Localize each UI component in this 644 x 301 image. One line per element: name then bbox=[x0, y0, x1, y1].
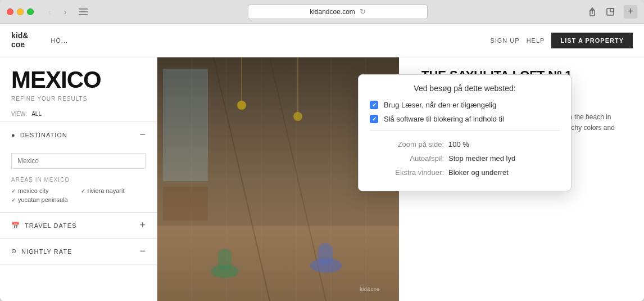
svg-point-16 bbox=[293, 112, 302, 121]
popup-divider bbox=[370, 130, 560, 131]
reload-icon[interactable]: ↻ bbox=[360, 7, 366, 16]
nightly-rate-filter: ⊙ NIGHTLY RATE − bbox=[0, 239, 157, 264]
destination-input[interactable] bbox=[11, 153, 146, 169]
traffic-lights bbox=[7, 8, 34, 15]
sidebar: MEXICO REFINE YOUR RESULTS VIEW: ALL ● D… bbox=[0, 57, 157, 301]
view-options[interactable]: ALL bbox=[31, 111, 42, 117]
destination-toggle-icon[interactable]: − bbox=[139, 129, 146, 141]
page-title: MEXICO bbox=[11, 66, 146, 93]
areas-label: AREAS IN MEXICO bbox=[11, 177, 146, 183]
svg-rect-18 bbox=[218, 249, 232, 271]
share-button[interactable] bbox=[586, 5, 599, 19]
autoplay-setting-row: Autoafspil: Stop medier med lyd bbox=[370, 151, 560, 165]
header-actions: SIGN UP HELP LIST A PROPERTY bbox=[490, 33, 633, 48]
calendar-icon: 📅 bbox=[11, 222, 20, 230]
area-yucatan[interactable]: ✓ yucatan peninsula bbox=[11, 196, 76, 203]
svg-point-14 bbox=[237, 101, 246, 110]
signup-button[interactable]: SIGN UP bbox=[490, 37, 519, 44]
logo-text-line2: coe bbox=[11, 41, 28, 49]
destination-filter-title: ● DESTINATION bbox=[11, 132, 67, 138]
listing-area: kid&coe THE SAYULITA LOFT Nº 1 Sayulita,… bbox=[157, 57, 644, 301]
content-blocker-label: Slå software til blokering af indhold ti… bbox=[384, 115, 504, 123]
rate-icon: ⊙ bbox=[11, 248, 17, 255]
check-icon: ✓ bbox=[81, 188, 85, 194]
destination-filter-header[interactable]: ● DESTINATION − bbox=[0, 122, 157, 147]
reader-option-label: Brug Læser, når den er tilgængelig bbox=[384, 101, 496, 109]
view-label: VIEW: bbox=[11, 111, 27, 117]
popup-option-reader[interactable]: ✓ Brug Læser, når den er tilgængelig bbox=[370, 101, 560, 109]
autoplay-value[interactable]: Stop medier med lyd bbox=[448, 154, 560, 163]
nightly-rate-toggle-icon[interactable]: − bbox=[139, 245, 146, 257]
svg-rect-20 bbox=[318, 243, 333, 266]
zoom-label: Zoom på side: bbox=[370, 140, 448, 149]
minimize-button[interactable] bbox=[17, 8, 24, 15]
destination-icon: ● bbox=[11, 132, 16, 138]
site-nav: HO... bbox=[51, 37, 68, 44]
svg-rect-9 bbox=[163, 69, 208, 181]
page-title-area: MEXICO REFINE YOUR RESULTS bbox=[0, 57, 157, 106]
area-name: yucatan peninsula bbox=[18, 196, 68, 203]
check-mark: ✓ bbox=[372, 116, 377, 122]
website-content: kid& coe HO... SIGN UP HELP LIST A PROPE… bbox=[0, 24, 644, 301]
nightly-rate-filter-title: ⊙ NIGHTLY RATE bbox=[11, 248, 72, 255]
destination-label: DESTINATION bbox=[20, 132, 67, 138]
content-blocker-checkbox[interactable]: ✓ bbox=[370, 115, 378, 123]
back-button[interactable]: ‹ bbox=[43, 5, 56, 19]
svg-rect-2 bbox=[79, 14, 88, 15]
popup-title: Ved besøg på dette websted: bbox=[370, 84, 560, 93]
check-icon: ✓ bbox=[11, 197, 16, 203]
main-content: MEXICO REFINE YOUR RESULTS VIEW: ALL ● D… bbox=[0, 57, 644, 301]
sidebar-toggle-button[interactable] bbox=[76, 5, 90, 19]
autoplay-label: Autoafspil: bbox=[370, 154, 448, 163]
help-button[interactable]: HELP bbox=[527, 37, 545, 44]
site-settings-popup: Ved besøg på dette websted: ✓ Brug Læser… bbox=[358, 74, 572, 191]
zoom-value[interactable]: 100 % bbox=[448, 140, 560, 149]
url-text: kidandcoe.com bbox=[310, 8, 355, 16]
close-button[interactable] bbox=[7, 8, 13, 15]
site-header: kid& coe HO... SIGN UP HELP LIST A PROPE… bbox=[0, 24, 644, 57]
new-tab-button[interactable] bbox=[604, 5, 617, 19]
destination-filter: ● DESTINATION − AREAS IN MEXICO ✓ mexico… bbox=[0, 122, 157, 213]
travel-dates-filter: 📅 TRAVEL DATES + bbox=[0, 213, 157, 239]
areas-grid: ✓ mexico city ✓ riviera nayarit ✓ yucata… bbox=[11, 187, 146, 203]
area-name: riviera nayarit bbox=[88, 187, 125, 194]
area-mexico-city[interactable]: ✓ mexico city bbox=[11, 187, 76, 194]
nav-buttons: ‹ › bbox=[43, 5, 72, 19]
destination-filter-body: AREAS IN MEXICO ✓ mexico city ✓ riviera … bbox=[0, 147, 157, 212]
address-bar-container: kidandcoe.com ↻ bbox=[94, 5, 581, 19]
check-icon: ✓ bbox=[11, 188, 16, 194]
travel-dates-filter-title: 📅 TRAVEL DATES bbox=[11, 222, 76, 230]
reader-checkbox[interactable]: ✓ bbox=[370, 101, 378, 109]
nightly-rate-filter-header[interactable]: ⊙ NIGHTLY RATE − bbox=[0, 239, 157, 264]
popup-windows-value[interactable]: Bloker og underret bbox=[448, 168, 560, 177]
forward-button[interactable]: › bbox=[58, 5, 72, 19]
svg-rect-10 bbox=[163, 187, 208, 221]
site-logo: kid& coe bbox=[11, 32, 28, 49]
svg-rect-1 bbox=[79, 11, 88, 12]
view-bar: VIEW: ALL bbox=[0, 106, 157, 122]
address-bar[interactable]: kidandcoe.com ↻ bbox=[248, 5, 428, 19]
maximize-button[interactable] bbox=[27, 8, 34, 15]
svg-rect-6 bbox=[610, 8, 614, 12]
popup-windows-setting-row: Ekstra vinduer: Bloker og underret bbox=[370, 165, 560, 179]
titlebar: ‹ › kidandcoe.com ↻ bbox=[0, 0, 644, 24]
travel-dates-label: TRAVEL DATES bbox=[25, 222, 76, 229]
popup-windows-label: Ekstra vinduer: bbox=[370, 168, 448, 177]
browser-window: ‹ › kidandcoe.com ↻ bbox=[0, 0, 644, 301]
logo-text-line1: kid& bbox=[11, 32, 28, 40]
check-mark: ✓ bbox=[372, 102, 377, 108]
area-riviera-nayarit[interactable]: ✓ riviera nayarit bbox=[81, 187, 146, 194]
area-name: mexico city bbox=[18, 187, 48, 194]
svg-rect-0 bbox=[79, 8, 88, 10]
travel-dates-filter-header[interactable]: 📅 TRAVEL DATES + bbox=[0, 213, 157, 238]
add-tab-button[interactable]: + bbox=[624, 5, 637, 19]
list-property-button[interactable]: LIST A PROPERTY bbox=[551, 33, 633, 48]
browser-actions bbox=[586, 5, 617, 19]
refine-label: REFINE YOUR RESULTS bbox=[11, 96, 146, 102]
travel-dates-toggle-icon[interactable]: + bbox=[139, 219, 146, 231]
nightly-rate-label: NIGHTLY RATE bbox=[21, 248, 72, 255]
popup-option-content-blocker[interactable]: ✓ Slå software til blokering af indhold … bbox=[370, 115, 560, 123]
zoom-setting-row: Zoom på side: 100 % bbox=[370, 137, 560, 151]
nav-home[interactable]: HO... bbox=[51, 37, 68, 44]
svg-text:kid&coe: kid&coe bbox=[360, 286, 379, 292]
